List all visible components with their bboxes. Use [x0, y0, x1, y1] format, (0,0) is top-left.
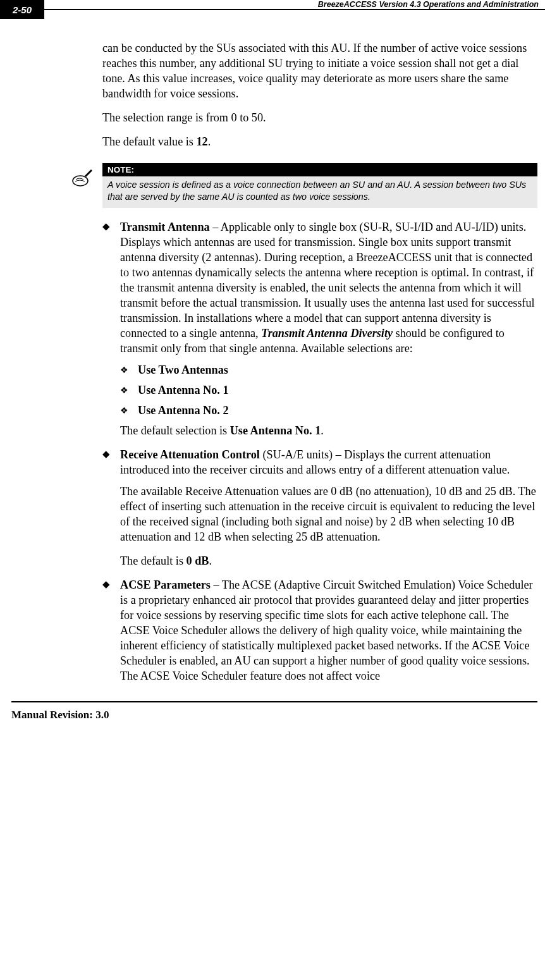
footer-rule [11, 701, 537, 702]
receive-default: The default is 0 dB. [120, 553, 537, 568]
text: . [321, 424, 324, 437]
document-title: BreezeACCESS Version 4.3 Operations and … [44, 0, 545, 9]
footer-revision: Manual Revision: 3.0 [11, 709, 545, 721]
svg-point-0 [73, 176, 88, 186]
text: Applicable only to single box (SU-R, SU-… [120, 221, 535, 340]
text: – [212, 221, 221, 233]
param-title: Receive Attenuation Control [120, 448, 260, 461]
default-value: Use Antenna No. 1 [230, 424, 321, 437]
text: – The ACSE (Adaptive Circuit Switched Em… [120, 579, 533, 682]
bullet-acse-parameters: ◆ ACSE Parameters – The ACSE (Adaptive C… [102, 577, 537, 683]
note-box: NOTE: A voice session is defined as a vo… [102, 163, 537, 208]
text: . [209, 554, 212, 567]
intro-paragraph-3: The default value is 12. [102, 134, 537, 149]
receive-paragraph-2: The available Receive Attenuation values… [120, 484, 537, 544]
note-icon [71, 164, 96, 190]
diamond-bullet-icon: ◆ [102, 219, 120, 356]
note-body: A voice session is defined as a voice co… [102, 176, 537, 208]
option-antenna-1: ❖ Use Antenna No. 1 [120, 383, 537, 398]
intro-paragraph-1: can be conducted by the SUs associated w… [102, 40, 537, 101]
option-label: Use Antenna No. 2 [138, 403, 537, 418]
page: 2-50 BreezeACCESS Version 4.3 Operations… [0, 0, 545, 747]
param-title: ACSE Parameters [120, 579, 211, 591]
bullet-transmit-antenna: ◆ Transmit Antenna – Applicable only to … [102, 219, 537, 356]
option-label: Use Antenna No. 1 [138, 383, 537, 398]
text: The default selection is [120, 424, 230, 437]
bullet-receive-attenuation: ◆ Receive Attenuation Control (SU-A/E un… [102, 447, 537, 477]
default-value: 0 dB [187, 554, 209, 567]
bullet-content: Transmit Antenna – Applicable only to si… [120, 219, 537, 356]
option-label: Use Two Antennas [138, 362, 537, 377]
page-number: 2-50 [13, 4, 32, 15]
diamond-bullet-icon: ◆ [102, 447, 120, 477]
param-title: Transmit Antenna [120, 221, 212, 233]
note-block: NOTE: A voice session is defined as a vo… [71, 163, 537, 208]
clover-bullet-icon: ❖ [120, 383, 138, 398]
param-emphasis: Transmit Antenna Diversity [261, 327, 393, 340]
option-antenna-2: ❖ Use Antenna No. 2 [120, 403, 537, 418]
page-number-box: 2-50 [0, 0, 44, 19]
bullet-content: Receive Attenuation Control (SU-A/E unit… [120, 447, 537, 477]
antenna-options-list: ❖ Use Two Antennas ❖ Use Antenna No. 1 ❖… [120, 362, 537, 418]
transmit-default: The default selection is Use Antenna No.… [120, 423, 537, 438]
bullet-content: ACSE Parameters – The ACSE (Adaptive Cir… [120, 577, 537, 683]
text: The default is [120, 554, 187, 567]
intro-paragraph-2: The selection range is from 0 to 50. [102, 110, 537, 125]
default-value: 12 [196, 135, 207, 148]
note-header: NOTE: [102, 163, 537, 176]
text: The default value is [102, 135, 196, 148]
content-area: can be conducted by the SUs associated w… [102, 40, 537, 683]
clover-bullet-icon: ❖ [120, 362, 138, 377]
text: . [208, 135, 211, 148]
option-two-antennas: ❖ Use Two Antennas [120, 362, 537, 377]
header-right: BreezeACCESS Version 4.3 Operations and … [44, 0, 545, 10]
diamond-bullet-icon: ◆ [102, 577, 120, 683]
header-rule [44, 9, 545, 10]
clover-bullet-icon: ❖ [120, 403, 138, 418]
page-header: 2-50 BreezeACCESS Version 4.3 Operations… [0, 0, 545, 19]
